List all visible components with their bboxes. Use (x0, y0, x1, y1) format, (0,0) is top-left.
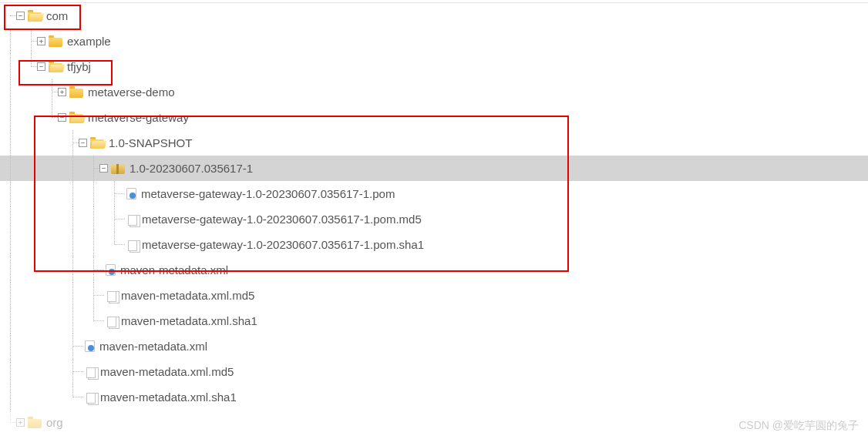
folder-label: org (46, 416, 63, 429)
file-label: maven-metadata.xml.md5 (100, 365, 234, 378)
file-metadata2-md5[interactable]: maven-metadata.xml.md5 (0, 359, 868, 384)
file-metadata-md5[interactable]: maven-metadata.xml.md5 (0, 283, 868, 308)
folder-label: 1.0-SNAPSHOT (109, 136, 192, 149)
expand-icon[interactable]: + (58, 88, 66, 96)
folder-label: tfjybj (67, 60, 91, 73)
file-pom[interactable]: metaverse-gateway-1.0-20230607.035617-1.… (0, 181, 868, 206)
folder-label: example (67, 35, 111, 48)
repository-tree: − com + example − tfjybj + metaverse-dem… (0, 0, 868, 438)
file-metadata2-xml[interactable]: maven-metadata.xml (0, 333, 868, 359)
file-pom-sha1[interactable]: metaverse-gateway-1.0-20230607.035617-1.… (0, 232, 868, 257)
folder-label: com (46, 9, 68, 22)
file-label: metaverse-gateway-1.0-20230607.035617-1.… (141, 187, 395, 200)
file-icon (128, 215, 137, 226)
file-metadata2-sha1[interactable]: maven-metadata.xml.sha1 (0, 384, 868, 410)
folder-label: metaverse-gateway (88, 111, 189, 124)
folder-example[interactable]: + example (0, 28, 868, 54)
collapse-icon[interactable]: − (58, 113, 66, 122)
folder-metaverse-demo[interactable]: + metaverse-demo (0, 79, 868, 105)
expand-icon[interactable]: + (37, 37, 45, 45)
folder-build-selected[interactable]: − 1.0-20230607.035617-1 (0, 156, 868, 181)
xml-file-icon (106, 264, 116, 276)
file-icon (128, 240, 137, 251)
file-icon (86, 393, 96, 404)
file-icon (86, 367, 96, 378)
collapse-icon[interactable]: − (99, 164, 108, 173)
collapse-icon[interactable]: − (79, 139, 87, 147)
folder-closed-icon (69, 89, 83, 98)
folder-label: metaverse-demo (88, 85, 175, 99)
folder-open-icon (90, 139, 104, 149)
folder-closed-icon (49, 38, 62, 47)
watermark: CSDN @爱吃芋圆的兔子 (738, 419, 859, 433)
file-label: metaverse-gateway-1.0-20230607.035617-1.… (142, 213, 422, 226)
file-metadata-xml[interactable]: maven-metadata.xml (0, 257, 868, 283)
file-icon (107, 317, 116, 327)
file-metadata-sha1[interactable]: maven-metadata.xml.sha1 (0, 308, 868, 333)
folder-open-icon (69, 114, 83, 123)
folder-closed-icon (28, 419, 42, 428)
folder-tfjybj[interactable]: − tfjybj (0, 54, 868, 79)
expand-icon[interactable]: + (16, 418, 25, 427)
file-label: maven-metadata.xml.sha1 (100, 390, 237, 404)
xml-file-icon (85, 340, 95, 352)
collapse-icon[interactable]: − (16, 12, 25, 20)
archive-icon (111, 164, 125, 174)
file-label: maven-metadata.xml (99, 340, 207, 353)
file-label: maven-metadata.xml.md5 (121, 289, 254, 302)
folder-label: 1.0-20230607.035617-1 (130, 162, 253, 175)
file-icon (107, 291, 116, 302)
pom-file-icon (126, 188, 136, 199)
folder-metaverse-gateway[interactable]: − metaverse-gateway (0, 105, 868, 130)
file-label: metaverse-gateway-1.0-20230607.035617-1.… (142, 238, 424, 251)
folder-com[interactable]: − com (0, 3, 868, 28)
file-label: maven-metadata.xml.sha1 (121, 314, 257, 327)
file-pom-md5[interactable]: metaverse-gateway-1.0-20230607.035617-1.… (0, 206, 868, 232)
folder-open-icon (49, 63, 62, 72)
folder-snapshot[interactable]: − 1.0-SNAPSHOT (0, 130, 868, 156)
folder-org[interactable]: + org (0, 410, 868, 435)
folder-open-icon (28, 12, 42, 22)
collapse-icon[interactable]: − (37, 62, 45, 71)
file-label: maven-metadata.xml (120, 263, 228, 276)
